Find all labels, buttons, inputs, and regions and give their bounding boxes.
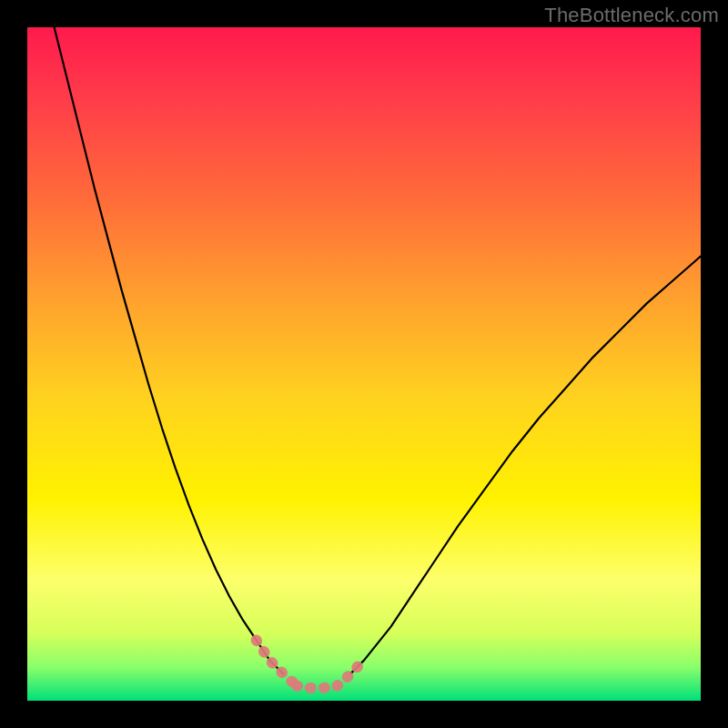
watermark-text: TheBottleneck.com xyxy=(544,4,719,27)
gradient-background xyxy=(27,27,701,701)
chart-frame: TheBottleneck.com xyxy=(0,0,728,728)
bottleneck-chart xyxy=(27,27,701,701)
plot-area xyxy=(27,27,701,701)
